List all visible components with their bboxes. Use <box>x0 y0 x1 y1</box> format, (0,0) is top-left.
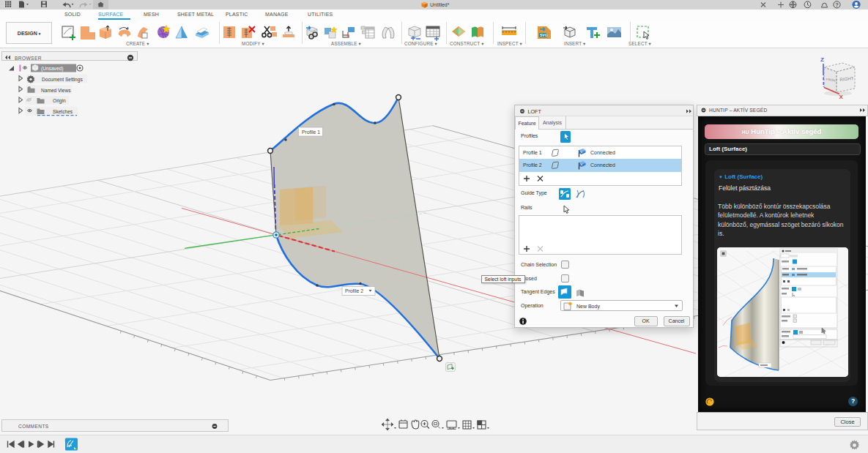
svg-text:New Body: New Body <box>576 304 600 310</box>
svg-text:HUNTIP – AKTÍV SEGÉD: HUNTIP – AKTÍV SEGÉD <box>709 107 767 113</box>
svg-text:BROWSER: BROWSER <box>15 56 42 61</box>
svg-text:Profile 2: Profile 2 <box>345 288 363 293</box>
svg-text:?: ? <box>835 1 839 8</box>
svg-text:Profile 1: Profile 1 <box>302 130 320 135</box>
svg-text:Untitled*: Untitled* <box>430 2 450 7</box>
svg-text:Named Views: Named Views <box>41 88 71 93</box>
svg-text:Connected: Connected <box>590 162 615 168</box>
svg-text:LOFT: LOFT <box>528 108 542 114</box>
svg-text:Z: Z <box>820 56 824 63</box>
svg-text:(Unsaved): (Unsaved) <box>41 66 63 72</box>
svg-text:Connected: Connected <box>590 150 615 155</box>
svg-text:Origin: Origin <box>53 98 66 104</box>
svg-text:SVG: SVG <box>540 33 548 37</box>
svg-text:X: X <box>839 94 844 100</box>
svg-text:Sketches: Sketches <box>53 109 73 114</box>
svg-text:Document Settings: Document Settings <box>42 77 83 83</box>
